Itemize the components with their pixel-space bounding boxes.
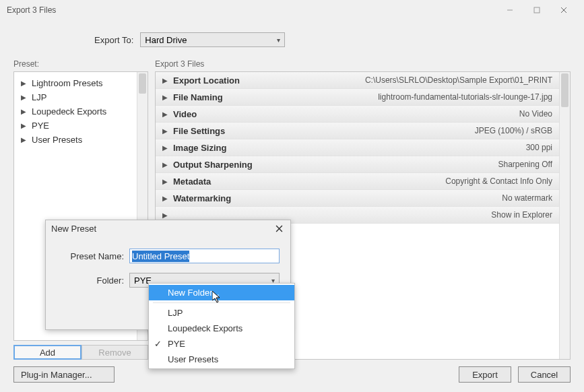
preset-name-input[interactable]: Untitled Preset bbox=[129, 249, 280, 263]
triangle-right-icon: ▶ bbox=[162, 195, 169, 202]
export-to-label: Export To: bbox=[94, 35, 133, 45]
section-row-file-settings[interactable]: ▶File SettingsJPEG (100%) / sRGB bbox=[156, 123, 559, 139]
window-title: Export 3 Files bbox=[7, 5, 496, 15]
export-to-value: Hard Drive bbox=[145, 35, 187, 45]
triangle-right-icon: ▶ bbox=[162, 77, 169, 84]
scrollbar[interactable] bbox=[559, 72, 570, 359]
dropdown-separator bbox=[153, 302, 290, 303]
section-row-watermarking[interactable]: ▶WatermarkingNo watermark bbox=[156, 190, 559, 207]
triangle-right-icon: ▶ bbox=[21, 136, 28, 143]
section-row-output-sharpening[interactable]: ▶Output SharpeningSharpening Off bbox=[156, 156, 559, 173]
export-to-select[interactable]: Hard Drive ▾ bbox=[140, 32, 285, 47]
cancel-button[interactable]: Cancel bbox=[518, 366, 571, 383]
triangle-right-icon: ▶ bbox=[162, 94, 169, 101]
triangle-right-icon: ▶ bbox=[21, 79, 28, 87]
triangle-right-icon: ▶ bbox=[162, 178, 169, 185]
preset-item[interactable]: ▶Lightroom Presets bbox=[14, 76, 148, 90]
modal-close-button[interactable] bbox=[273, 222, 285, 234]
preset-name-label: Preset Name: bbox=[57, 251, 124, 261]
export-to-row: Export To: Hard Drive ▾ bbox=[13, 20, 571, 59]
window-minimize-button[interactable] bbox=[496, 0, 523, 20]
check-icon: ✓ bbox=[154, 339, 162, 349]
preset-panel-label: Preset: bbox=[13, 59, 148, 69]
preset-item[interactable]: ▶User Presets bbox=[14, 133, 148, 147]
triangle-right-icon: ▶ bbox=[162, 211, 169, 219]
triangle-right-icon: ▶ bbox=[21, 122, 28, 129]
sections-panel-label: Export 3 Files bbox=[155, 59, 571, 69]
folder-label: Folder: bbox=[57, 275, 124, 286]
plugin-manager-button[interactable]: Plug-in Manager... bbox=[13, 366, 115, 383]
dropdown-item[interactable]: Loupedeck Exports bbox=[149, 321, 294, 336]
add-preset-button[interactable]: Add bbox=[13, 345, 82, 360]
triangle-right-icon: ▶ bbox=[162, 127, 169, 135]
export-button[interactable]: Export bbox=[459, 366, 511, 383]
triangle-right-icon: ▶ bbox=[21, 108, 28, 115]
section-row-image-sizing[interactable]: ▶Image Sizing300 ppi bbox=[156, 139, 559, 156]
section-row-file-naming[interactable]: ▶File Naminglightroom-fundamental-tutori… bbox=[156, 89, 559, 106]
dropdown-item-new-folder[interactable]: New Folder... bbox=[149, 285, 294, 300]
remove-preset-button[interactable]: Remove bbox=[82, 345, 148, 360]
triangle-right-icon: ▶ bbox=[162, 161, 169, 168]
section-row-video[interactable]: ▶VideoNo Video bbox=[156, 106, 559, 123]
dropdown-item[interactable]: LJP bbox=[149, 305, 294, 321]
window-maximize-button[interactable] bbox=[523, 0, 550, 20]
modal-titlebar: New Preset bbox=[46, 220, 290, 236]
preset-buttons: Add Remove bbox=[13, 345, 148, 360]
section-row-export-location[interactable]: ▶Export LocationC:\Users\SLRLO\Desktop\S… bbox=[156, 72, 559, 89]
preset-name-row: Preset Name: Untitled Preset bbox=[57, 249, 280, 263]
svg-rect-1 bbox=[534, 7, 540, 13]
folder-dropdown-menu[interactable]: New Folder... LJP Loupedeck Exports ✓PYE… bbox=[148, 283, 295, 369]
preset-item[interactable]: ▶Loupedeck Exports bbox=[14, 104, 148, 119]
preset-item[interactable]: ▶LJP bbox=[14, 90, 148, 104]
triangle-right-icon: ▶ bbox=[162, 144, 169, 152]
triangle-right-icon: ▶ bbox=[162, 110, 169, 118]
preset-item[interactable]: ▶PYE bbox=[14, 119, 148, 133]
chevron-down-icon: ▾ bbox=[277, 36, 280, 44]
modal-title: New Preset bbox=[51, 224, 273, 234]
window-close-button[interactable] bbox=[550, 0, 577, 20]
dropdown-item[interactable]: User Presets bbox=[149, 352, 294, 367]
preset-name-value: Untitled Preset bbox=[132, 251, 189, 262]
dropdown-item[interactable]: ✓PYE bbox=[149, 336, 294, 352]
window-titlebar: Export 3 Files bbox=[0, 0, 584, 20]
triangle-right-icon: ▶ bbox=[21, 94, 28, 101]
section-row-metadata[interactable]: ▶MetadataCopyright & Contact Info Only bbox=[156, 173, 559, 190]
